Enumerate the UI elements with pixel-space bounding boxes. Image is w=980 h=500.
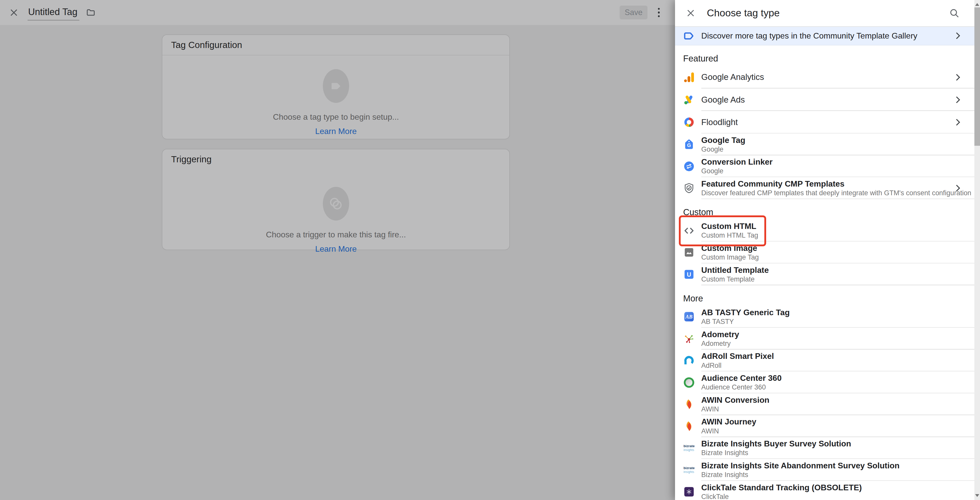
tag-type-title: Floodlight <box>701 118 974 127</box>
tag-type-title: Featured Community CMP Templates <box>701 180 974 188</box>
tag-type-title: Google Tag <box>701 136 974 145</box>
tag-type-title: AB TASTY Generic Tag <box>701 308 974 317</box>
tag-type-title: Adometry <box>701 330 974 339</box>
tag-type-title: AWIN Journey <box>701 417 974 426</box>
chevron-right-icon <box>955 32 961 40</box>
tag-type-featured-community-cmp-templates[interactable]: Featured Community CMP TemplatesDiscover… <box>675 177 974 199</box>
chevron-right-icon <box>955 184 961 193</box>
tag-type-title: Google Analytics <box>701 73 974 81</box>
tag-type-title: Custom Image <box>701 244 974 252</box>
tag-type-custom-html[interactable]: Custom HTMLCustom HTML Tag <box>675 220 974 242</box>
bizrate-icon: bizrateinsights <box>684 443 694 454</box>
chevron-right-icon <box>955 96 961 104</box>
tag-type-title: Bizrate Insights Site Abandonment Survey… <box>701 461 974 470</box>
code-icon <box>684 225 694 236</box>
section-heading-featured: Featured <box>675 45 974 66</box>
tag-type-conversion-linker[interactable]: Conversion LinkerGoogle <box>675 155 974 177</box>
image-icon <box>684 247 694 258</box>
tag-type-subtitle: AWIN <box>701 406 974 413</box>
tag-type-subtitle: Custom Image Tag <box>701 254 974 261</box>
tag-type-audience-center-360[interactable]: Audience Center 360Audience Center 360 <box>675 371 974 393</box>
gtm-tag-editor-screen: Untitled Tag Save Tag Configuration Choo… <box>0 0 980 500</box>
svg-text:AB: AB <box>685 314 693 320</box>
tag-type-awin-journey[interactable]: AWIN JourneyAWIN <box>675 415 974 437</box>
tag-type-title: Bizrate Insights Buyer Survey Solution <box>701 439 974 448</box>
clicktale-icon <box>684 486 694 497</box>
panel-header: Choose tag type <box>675 0 974 27</box>
section-heading-more: More <box>675 285 974 306</box>
tag-type-floodlight[interactable]: Floodlight <box>675 111 974 134</box>
section-heading-custom: Custom <box>675 199 974 220</box>
svg-text:G: G <box>687 142 691 148</box>
search-icon[interactable] <box>946 5 963 21</box>
shield-check-icon <box>684 183 694 193</box>
tag-type-subtitle: Google <box>701 167 974 175</box>
tag-type-title: ClickTale Standard Tracking (OBSOLETE) <box>701 483 974 492</box>
tag-type-awin-conversion[interactable]: AWIN ConversionAWIN <box>675 393 974 415</box>
awin-flame-icon <box>684 421 694 432</box>
tag-type-google-analytics[interactable]: Google Analytics <box>675 66 974 88</box>
tag-type-google-ads[interactable]: Google Ads <box>675 89 974 111</box>
bizrate-icon: bizrateinsights <box>684 465 694 475</box>
tag-type-subtitle: ClickTale <box>701 493 974 500</box>
tag-type-title: Custom HTML <box>701 222 974 231</box>
tag-type-google-tag[interactable]: GGoogle TagGoogle <box>675 134 974 155</box>
tag-type-list: FeaturedGoogle AnalyticsGoogle AdsFloodl… <box>675 45 974 500</box>
tag-type-subtitle: Custom HTML Tag <box>701 232 974 239</box>
tag-type-subtitle: Audience Center 360 <box>701 384 974 391</box>
abtasty-icon: AB <box>684 311 694 322</box>
google-ads-icon <box>684 94 694 105</box>
tag-type-subtitle: AdRoll <box>701 362 974 369</box>
google-analytics-icon <box>684 72 694 83</box>
tag-type-title: AdRoll Smart Pixel <box>701 352 974 360</box>
tag-type-adroll-smart-pixel[interactable]: AdRoll Smart PixelAdRoll <box>675 350 974 372</box>
tag-type-clicktale-standard-tracking-obsolete[interactable]: ClickTale Standard Tracking (OBSOLETE)Cl… <box>675 481 974 500</box>
tag-type-subtitle: Custom Template <box>701 275 974 283</box>
tag-type-subtitle: Bizrate Insights <box>701 471 974 479</box>
banner-text: Discover more tag types in the Community… <box>701 31 918 41</box>
audience-center-360-icon <box>684 377 694 388</box>
template-u-icon: U <box>684 269 694 280</box>
tag-type-bizrate-insights-site-abandonment-survey-solution[interactable]: bizrateinsightsBizrate Insights Site Aba… <box>675 459 974 481</box>
chevron-right-icon <box>955 73 961 81</box>
tag-type-untitled-template[interactable]: UUntitled TemplateCustom Template <box>675 263 974 285</box>
tag-type-subtitle: AB TASTY <box>701 318 974 325</box>
choose-tag-type-panel: Choose tag type Discover more tag types … <box>675 0 980 500</box>
tag-type-title: Untitled Template <box>701 266 974 274</box>
scroll-down-arrow-icon[interactable] <box>975 494 979 497</box>
adometry-icon <box>684 333 694 344</box>
svg-text:U: U <box>687 272 691 278</box>
awin-flame-icon <box>684 399 694 410</box>
scroll-up-arrow-icon[interactable] <box>975 3 979 6</box>
tag-type-subtitle: Discover featured CMP templates that dee… <box>701 189 974 197</box>
tag-type-custom-image[interactable]: Custom ImageCustom Image Tag <box>675 242 974 263</box>
tag-type-subtitle: Adometry <box>701 340 974 347</box>
tag-type-ab-tasty-generic-tag[interactable]: ABAB TASTY Generic TagAB TASTY <box>675 306 974 328</box>
community-template-gallery-banner[interactable]: Discover more tag types in the Community… <box>675 27 974 45</box>
google-tag-icon: G <box>684 139 694 150</box>
adroll-icon <box>684 355 694 366</box>
tag-type-title: Google Ads <box>701 96 974 104</box>
chevron-right-icon <box>955 118 961 127</box>
tag-type-title: AWIN Conversion <box>701 396 974 404</box>
tag-type-adometry[interactable]: AdometryAdometry <box>675 328 974 350</box>
close-panel-icon[interactable] <box>682 5 699 21</box>
panel-scrollbar[interactable] <box>974 0 980 500</box>
conversion-linker-icon <box>684 161 694 172</box>
tag-type-subtitle: Bizrate Insights <box>701 449 974 457</box>
tag-type-bizrate-insights-buyer-survey-solution[interactable]: bizrateinsightsBizrate Insights Buyer Su… <box>675 437 974 459</box>
tag-type-title: Audience Center 360 <box>701 374 974 382</box>
tag-type-subtitle: Google <box>701 146 974 153</box>
tag-type-subtitle: AWIN <box>701 428 974 435</box>
tag-outline-icon <box>684 30 694 41</box>
scrollbar-thumb[interactable] <box>974 7 980 145</box>
tag-type-title: Conversion Linker <box>701 158 974 166</box>
panel-title: Choose tag type <box>707 7 780 19</box>
floodlight-icon <box>684 117 694 127</box>
